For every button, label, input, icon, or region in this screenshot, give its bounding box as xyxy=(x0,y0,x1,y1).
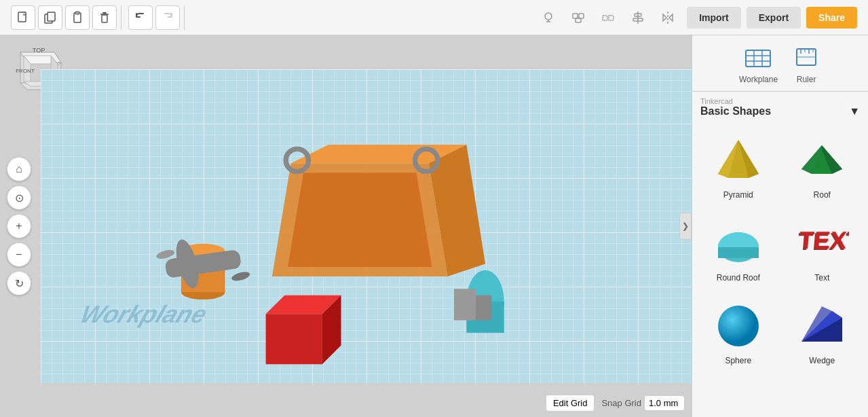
home-view-button[interactable]: ⌂ xyxy=(7,157,31,181)
copy-button[interactable] xyxy=(38,5,62,30)
export-button[interactable]: Export xyxy=(747,7,801,29)
shapes-grid: Pyramid Roof xyxy=(692,120,868,377)
redo-button[interactable] xyxy=(155,5,180,30)
shape-library-header: Tinkercad Basic Shapes ▼ xyxy=(692,92,868,120)
shape-pyramid[interactable]: Pyramid xyxy=(698,126,779,206)
chevron-down-icon: ▼ xyxy=(849,105,860,117)
view-tools-group xyxy=(536,5,680,30)
top-toolbar: Import Export Share xyxy=(0,0,868,35)
pyramid-icon xyxy=(711,132,766,186)
grid-canvas[interactable]: Workplane xyxy=(41,69,692,383)
group-button[interactable] xyxy=(566,5,590,30)
snap-grid-label: Snap Grid xyxy=(601,398,641,408)
workplane-label: Workplane xyxy=(739,75,778,84)
sphere-label: Sphere xyxy=(725,356,751,365)
bottom-controls: Edit Grid Snap Grid xyxy=(546,395,685,412)
share-button[interactable]: Share xyxy=(806,7,857,29)
svg-text:TEXT: TEXT xyxy=(798,226,849,254)
svg-point-38 xyxy=(231,270,251,283)
shape-wedge[interactable]: Wedge xyxy=(782,291,863,371)
svg-rect-14 xyxy=(603,16,607,20)
svg-rect-53 xyxy=(476,295,491,321)
rotate-view-button[interactable]: ↻ xyxy=(7,271,31,295)
import-button[interactable]: Import xyxy=(687,7,741,29)
svg-rect-13 xyxy=(575,18,581,22)
action-buttons-group: Import Export Share xyxy=(683,7,861,29)
wedge-icon xyxy=(795,297,849,352)
library-name: Basic Shapes xyxy=(700,105,771,117)
roof-label: Roof xyxy=(814,190,831,200)
ruler-icon xyxy=(791,42,821,72)
svg-point-8 xyxy=(545,13,552,20)
left-controls: ⌂ ⊙ + − ↻ xyxy=(7,157,31,295)
svg-text:TOP: TOP xyxy=(33,47,45,54)
align-button[interactable] xyxy=(626,5,650,30)
svg-rect-74 xyxy=(718,247,759,258)
svg-rect-11 xyxy=(573,14,578,18)
shape-sphere[interactable]: Sphere xyxy=(698,291,779,371)
round-roof-icon xyxy=(711,215,766,269)
library-section-label: Tinkercad xyxy=(700,97,860,105)
shape-text[interactable]: TEXT TEXT Text xyxy=(782,208,863,289)
zoom-in-button[interactable]: + xyxy=(7,214,31,238)
wedge-label: Wedge xyxy=(809,356,835,365)
snap-grid-container: Snap Grid xyxy=(601,395,685,411)
round-roof-label: Round Roof xyxy=(717,273,760,283)
svg-point-79 xyxy=(718,306,759,346)
main-area: TOP FRONT RIGHT Workplane xyxy=(0,35,868,417)
file-tools-group xyxy=(7,5,121,30)
svg-marker-20 xyxy=(663,14,666,21)
panel-top-tools: Workplane Ruler xyxy=(692,35,868,92)
paste-button[interactable] xyxy=(65,5,90,30)
svg-text:FRONT: FRONT xyxy=(16,68,35,74)
pyramid-label: Pyramid xyxy=(723,190,753,200)
shape-roof[interactable]: Roof xyxy=(782,126,863,206)
ruler-label: Ruler xyxy=(797,75,816,84)
ungroup-button[interactable] xyxy=(596,5,620,30)
svg-marker-41 xyxy=(266,314,322,364)
sphere-icon xyxy=(711,297,766,352)
workplane-tool[interactable]: Workplane xyxy=(739,42,778,84)
collapse-panel-button[interactable]: ❯ xyxy=(679,213,692,240)
zoom-out-button[interactable]: − xyxy=(7,242,31,267)
ruler-tool[interactable]: Ruler xyxy=(791,42,821,84)
workplane-icon xyxy=(743,42,773,72)
snap-grid-input[interactable] xyxy=(644,395,685,411)
delete-button[interactable] xyxy=(92,5,117,30)
text-shape-icon: TEXT TEXT xyxy=(795,215,849,269)
svg-rect-15 xyxy=(609,16,614,20)
text-label: Text xyxy=(814,273,829,283)
right-panel: Workplane Ruler Tinkercad xyxy=(692,35,868,417)
edit-grid-button[interactable]: Edit Grid xyxy=(546,395,595,412)
undo-button[interactable] xyxy=(128,5,153,30)
shape-round-roof[interactable]: Round Roof xyxy=(698,208,779,289)
svg-rect-54 xyxy=(746,50,770,67)
svg-rect-12 xyxy=(579,14,584,18)
roof-icon xyxy=(795,132,849,186)
svg-marker-21 xyxy=(669,14,673,21)
mirror-button[interactable] xyxy=(656,5,680,30)
svg-rect-52 xyxy=(454,289,476,320)
lightbulb-button[interactable] xyxy=(536,5,561,30)
svg-rect-5 xyxy=(102,15,107,22)
library-selector[interactable]: Basic Shapes ▼ xyxy=(700,105,860,117)
viewport-container: TOP FRONT RIGHT Workplane xyxy=(0,35,692,417)
undo-redo-group xyxy=(124,5,185,30)
new-button[interactable] xyxy=(11,5,35,30)
3d-viewport[interactable]: TOP FRONT RIGHT Workplane xyxy=(0,35,692,417)
fit-view-button[interactable]: ⊙ xyxy=(7,185,31,210)
svg-rect-4 xyxy=(75,12,79,14)
svg-rect-2 xyxy=(48,12,55,21)
svg-marker-47 xyxy=(288,173,432,267)
